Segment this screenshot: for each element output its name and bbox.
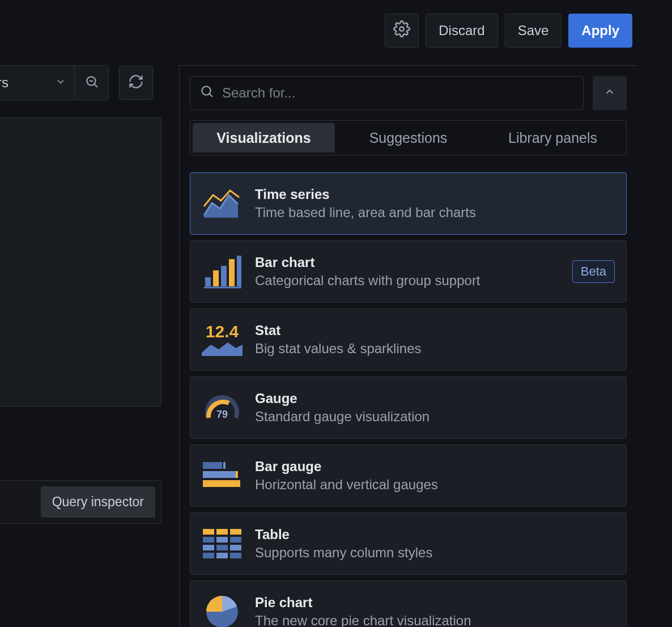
time-series-icon [202,183,243,224]
time-range-picker[interactable]: hours [0,66,74,100]
viz-option-time-series[interactable]: Time series Time based line, area and ba… [190,172,627,235]
pie-chart-icon [202,591,243,627]
zoom-out-icon [84,74,99,91]
svg-rect-12 [237,256,241,286]
panel-editor-topbar: Discard Save Apply [385,14,632,48]
apply-button[interactable]: Apply [568,14,632,48]
chevron-down-icon [55,75,66,91]
left-panel-fragment: hours Query inspector [0,65,164,524]
stat-sample-value: 12.4 [206,323,239,340]
svg-rect-26 [216,545,228,550]
tab-visualizations[interactable]: Visualizations [193,123,335,152]
table-icon [202,523,243,564]
viz-description: The new core pie chart visualization [255,613,615,627]
stat-icon: 12.4 [202,319,243,360]
svg-rect-27 [230,545,241,550]
svg-rect-29 [216,553,228,558]
viz-title: Time series [255,187,615,202]
viz-description: Time based line, area and bar charts [255,205,615,221]
svg-rect-16 [203,480,240,487]
svg-rect-24 [230,537,241,543]
bar-gauge-icon [202,455,243,496]
tab-library-panels[interactable]: Library panels [482,123,624,152]
svg-rect-14 [203,462,222,469]
viz-title: Table [255,527,615,543]
query-inspector-button[interactable]: Query inspector [41,486,155,518]
svg-rect-20 [216,529,228,535]
refresh-button[interactable] [119,66,153,100]
svg-rect-9 [213,270,219,286]
visualization-search-input[interactable]: Search for... [190,76,584,110]
viz-description: Supports many column styles [255,545,615,561]
query-section: Query inspector [0,480,161,524]
save-button[interactable]: Save [505,14,562,48]
svg-line-5 [209,94,212,96]
viz-title: Pie chart [255,595,615,611]
svg-rect-11 [229,259,235,286]
svg-rect-22 [203,537,214,543]
search-icon [199,84,214,102]
svg-rect-23 [216,537,228,543]
viz-title: Bar gauge [255,459,615,475]
refresh-icon [128,74,144,92]
svg-rect-28 [203,553,214,558]
viz-title: Stat [255,323,615,338]
collapse-picker-button[interactable] [593,76,627,110]
visualization-list: Time series Time based line, area and ba… [190,172,627,627]
bar-chart-icon [202,251,243,292]
chevron-up-icon [603,86,616,100]
svg-rect-19 [203,529,214,535]
search-placeholder: Search for... [222,85,295,101]
zoom-out-button[interactable] [74,66,108,100]
gauge-icon: 79 [202,387,243,428]
viz-option-gauge[interactable]: 79 Gauge Standard gauge visualization [190,376,627,439]
viz-option-table[interactable]: Table Supports many column styles [190,512,627,575]
viz-description: Categorical charts with group support [255,273,560,289]
svg-rect-10 [221,266,227,286]
svg-rect-8 [205,277,211,286]
svg-rect-17 [236,471,238,478]
visualization-picker-panel: Search for... Visualizations Suggestions… [179,65,637,627]
viz-title: Gauge [255,391,615,406]
svg-point-4 [202,86,210,95]
viz-option-pie-chart[interactable]: Pie chart The new core pie chart visuali… [190,581,627,627]
settings-button[interactable] [385,14,419,48]
beta-badge: Beta [572,260,615,283]
viz-description: Big stat values & sparklines [255,341,615,357]
viz-title: Bar chart [255,255,560,270]
discard-button[interactable]: Discard [426,14,497,48]
viz-option-stat[interactable]: 12.4 Stat Big stat values & sparklines [190,308,627,371]
svg-point-0 [400,27,405,31]
viz-option-bar-chart[interactable]: Bar chart Categorical charts with group … [190,240,627,303]
viz-option-bar-gauge[interactable]: Bar gauge Horizontal and vertical gauges [190,444,627,507]
svg-rect-30 [230,553,241,558]
svg-rect-15 [203,471,236,478]
viz-description: Standard gauge visualization [255,409,615,425]
time-range-label: hours [0,75,8,91]
tab-suggestions[interactable]: Suggestions [337,123,479,152]
svg-rect-18 [223,462,226,469]
svg-line-2 [94,84,97,87]
viz-description: Horizontal and vertical gauges [255,477,615,493]
gauge-sample-value: 79 [216,409,228,420]
svg-rect-21 [230,529,241,535]
picker-tabs: Visualizations Suggestions Library panel… [190,120,627,155]
gear-icon [393,20,410,41]
svg-marker-13 [202,342,243,356]
svg-rect-25 [203,545,214,550]
panel-preview [0,117,161,406]
